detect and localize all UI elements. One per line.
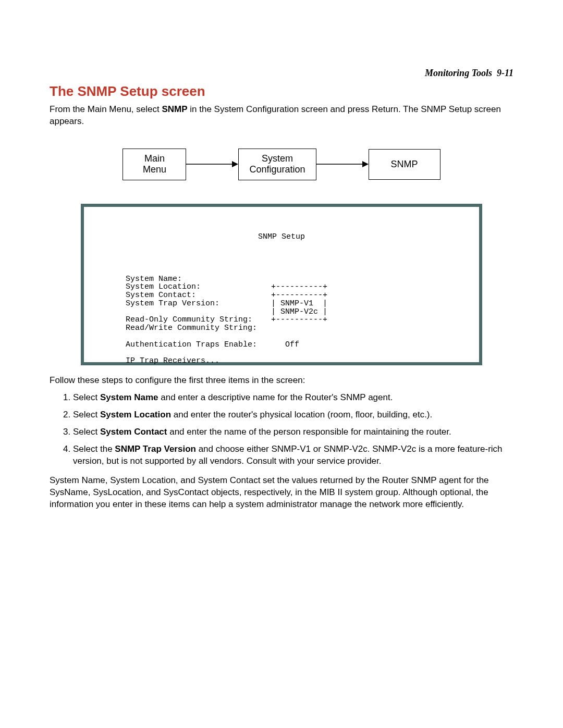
- step-3-pre: Select: [73, 427, 100, 437]
- page: Monitoring Tools 9-11 The SNMP Setup scr…: [0, 0, 563, 728]
- step-1-post: and enter a descriptive name for the Rou…: [158, 392, 393, 402]
- term-line-sys-trap: System Trap Version: | SNMP-V1 |: [126, 299, 327, 308]
- term-line-auth-traps: Authentication Traps Enable: Off: [126, 340, 299, 349]
- step-4: Select the SNMP Trap Version and choose …: [73, 443, 513, 467]
- terminal-title: SNMP Setup: [100, 233, 463, 241]
- step-4-pre: Select the: [73, 444, 115, 454]
- terminal-body: System Name: System Location: +---------…: [100, 267, 463, 374]
- step-2-bold: System Location: [100, 410, 171, 419]
- flow-box-snmp: SNMP: [369, 149, 440, 180]
- flow-box1-line2: Menu: [133, 164, 175, 176]
- step-3-bold: System Contact: [100, 427, 167, 437]
- term-line-sys-loc: System Location: +----------+: [126, 282, 327, 291]
- flow-box1-line1: Main: [133, 153, 175, 165]
- running-head-page: 9-11: [497, 68, 513, 78]
- term-line-ip-trap: IP Trap Receivers...: [126, 356, 219, 365]
- intro-paragraph: From the Main Menu, select SNMP in the S…: [50, 104, 513, 128]
- flow-box-system-config: System Configuration: [238, 149, 316, 180]
- step-1-pre: Select: [73, 392, 100, 402]
- term-line-rw-comm: Read/Write Community String:: [126, 324, 257, 332]
- steps-list: Select System Name and enter a descripti…: [50, 392, 513, 467]
- step-2: Select System Location and enter the rou…: [73, 409, 513, 421]
- step-4-bold: SNMP Trap Version: [115, 444, 196, 454]
- term-line-ro-comm: Read-Only Community String: +----------+: [126, 315, 327, 324]
- terminal-screenshot: SNMP Setup System Name: System Location:…: [81, 204, 482, 365]
- step-3: Select System Contact and enter the name…: [73, 426, 513, 438]
- svg-marker-3: [362, 161, 369, 167]
- step-3-post: and enter the name of the person respons…: [167, 427, 451, 437]
- flow-box-main-menu: Main Menu: [123, 149, 186, 180]
- running-head: Monitoring Tools 9-11: [425, 68, 513, 79]
- step-1-bold: System Name: [100, 392, 158, 402]
- arrow-icon: [186, 159, 238, 169]
- nav-flow-diagram: Main Menu System Configuration SNMP: [50, 149, 513, 180]
- term-line-sys-contact: System Contact: +----------+: [126, 291, 327, 300]
- flow-box2-line1: System: [249, 153, 305, 165]
- followup-paragraph: Follow these steps to configure the firs…: [50, 375, 513, 387]
- closing-paragraph: System Name, System Location, and System…: [50, 475, 513, 511]
- arrow-icon: [316, 159, 369, 169]
- intro-pre: From the Main Menu, select: [50, 104, 162, 114]
- step-2-pre: Select: [73, 410, 100, 419]
- intro-bold: SNMP: [162, 104, 187, 114]
- running-head-label: Monitoring Tools: [425, 68, 492, 78]
- term-line-sys-name: System Name:: [126, 275, 182, 283]
- term-line-trap-v2: | SNMP-V2c |: [126, 307, 327, 316]
- flow-box2-line2: Configuration: [249, 164, 305, 176]
- flow-box3-label: SNMP: [391, 159, 418, 169]
- step-1: Select System Name and enter a descripti…: [73, 392, 513, 404]
- page-title: The SNMP Setup screen: [50, 83, 513, 100]
- svg-marker-1: [232, 161, 238, 167]
- step-2-post: and enter the router's physical location…: [171, 410, 432, 419]
